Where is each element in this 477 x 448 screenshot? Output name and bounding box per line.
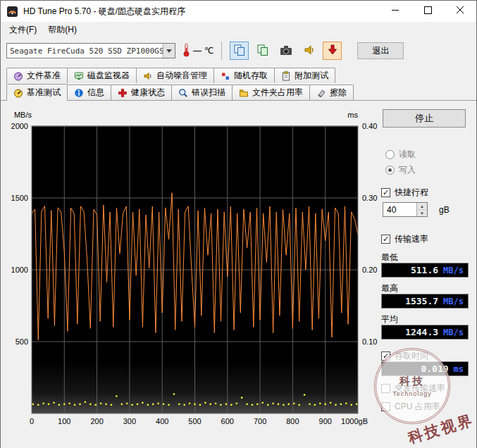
min-speed-value: 511.6 xyxy=(411,265,438,275)
chevron-down-icon[interactable] xyxy=(163,44,175,58)
shortstroke-size-input[interactable]: 40 ▲ ▼ xyxy=(383,202,428,217)
tab-label: 自动噪音管理 xyxy=(156,70,207,82)
checkbox-icon xyxy=(381,351,390,361)
read-radio[interactable]: 读取 xyxy=(385,149,416,161)
tab-row-lower: 基准测试 信息 健康状态 错误扫描 文件夹占用率 擦除 xyxy=(1,83,476,100)
svg-text:100: 100 xyxy=(58,417,70,425)
drive-select-value: Seagate FireCuda 520 SSD ZP1000GS xyxy=(7,46,163,56)
svg-text:0.40: 0.40 xyxy=(362,122,377,130)
burst-rate-label: 突发传输速率 xyxy=(395,382,445,394)
max-speed-lcd: 1535.7 MB/s xyxy=(381,294,469,309)
exit-button[interactable]: 退出 xyxy=(357,42,404,59)
tab-error-scan[interactable]: 错误扫描 xyxy=(171,85,233,100)
svg-text:1500: 1500 xyxy=(11,194,28,202)
camera-icon xyxy=(280,44,292,58)
spin-down-button[interactable]: ▼ xyxy=(417,210,427,216)
max-speed-unit: MB/s xyxy=(443,297,464,306)
min-speed-unit: MB/s xyxy=(443,266,464,275)
access-time-value: 0.019 xyxy=(421,363,448,374)
benchmark-side-panel: 停止 读取 写入 快捷行程 40 ▲ ▼ xyxy=(377,108,476,446)
spinner-buttons: ▲ ▼ xyxy=(416,203,427,216)
copy-text-button[interactable] xyxy=(253,42,272,60)
cpu-usage-checkbox[interactable]: CPU 占用率 xyxy=(381,401,440,413)
avg-speed-unit: MB/s xyxy=(443,328,464,337)
temperature-value: — xyxy=(193,46,202,56)
benchmark-chart: 2000150010005000.400.300.200.10010020030… xyxy=(6,108,373,439)
random-access-icon xyxy=(221,71,230,81)
tab-disk-monitor[interactable]: 磁盘监视器 xyxy=(67,68,137,83)
shortstroke-size-row: 40 ▲ ▼ gB xyxy=(383,202,450,217)
menu-help[interactable]: 帮助(H) xyxy=(42,22,82,38)
audio-button[interactable] xyxy=(299,42,318,60)
window-controls xyxy=(379,1,476,22)
access-time-label: 存取时间 xyxy=(395,350,428,362)
copy-image-button[interactable] xyxy=(230,42,249,60)
cpu-usage-label: CPU 占用率 xyxy=(395,401,440,413)
tab-label: 随机存取 xyxy=(234,70,268,82)
maximize-icon xyxy=(424,6,432,16)
tab-health[interactable]: 健康状态 xyxy=(111,85,172,100)
temperature-unit: ℃ xyxy=(204,46,213,56)
stop-button[interactable]: 停止 xyxy=(383,109,466,127)
transfer-rate-checkbox[interactable]: 传输速率 xyxy=(381,233,428,245)
tab-erase[interactable]: 擦除 xyxy=(309,85,354,100)
svg-text:600: 600 xyxy=(221,417,234,425)
access-time-checkbox[interactable]: 存取时间 xyxy=(381,350,428,362)
svg-text:700: 700 xyxy=(254,417,266,425)
menu-bar: 文件(F) 帮助(H) xyxy=(1,22,476,37)
tab-label: 信息 xyxy=(87,87,104,99)
tab-file-benchmark[interactable]: 文件基准 xyxy=(6,68,68,83)
disk-monitor-icon xyxy=(74,71,84,81)
tab-label: 附加测试 xyxy=(295,70,328,82)
window-title: HD Tune Pro 5.70 - 硬盘/固态硬盘实用程序 xyxy=(23,6,379,18)
minimize-icon xyxy=(392,6,399,16)
tab-label: 错误扫描 xyxy=(192,87,225,99)
folder-usage-icon xyxy=(239,88,249,98)
shortstroke-checkbox[interactable]: 快捷行程 xyxy=(381,187,428,199)
copy-text-icon xyxy=(256,44,269,58)
temperature-readout: — ℃ xyxy=(182,42,213,59)
svg-text:0.30: 0.30 xyxy=(362,194,377,202)
maximize-button[interactable] xyxy=(411,1,444,22)
checkbox-icon xyxy=(381,235,390,244)
tab-folder-usage[interactable]: 文件夹占用率 xyxy=(232,85,310,100)
menu-file[interactable]: 文件(F) xyxy=(4,22,42,38)
tab-info[interactable]: 信息 xyxy=(67,85,111,100)
burst-rate-checkbox[interactable]: 突发传输速率 xyxy=(381,382,445,394)
download-arrow-icon xyxy=(326,44,339,58)
extra-tests-icon xyxy=(281,71,291,81)
tab-benchmark[interactable]: 基准测试 xyxy=(6,84,68,101)
hd-tune-window: HD Tune Pro 5.70 - 硬盘/固态硬盘实用程序 文件(F) 帮助(… xyxy=(0,0,477,448)
radio-icon xyxy=(385,166,395,175)
tab-label: 文件基准 xyxy=(27,70,61,82)
file-benchmark-icon xyxy=(13,71,23,81)
svg-text:0.20: 0.20 xyxy=(362,266,377,274)
close-button[interactable] xyxy=(444,1,476,22)
write-radio[interactable]: 写入 xyxy=(385,164,416,176)
tab-label: 健康状态 xyxy=(131,87,165,99)
svg-text:900: 900 xyxy=(319,417,332,425)
benchmark-page: 2000150010005000.400.300.200.10010020030… xyxy=(1,100,476,448)
access-time-lcd: 0.019 ms xyxy=(381,361,469,376)
svg-text:0.10: 0.10 xyxy=(362,337,377,346)
read-radio-label: 读取 xyxy=(399,149,416,161)
svg-text:2000: 2000 xyxy=(11,122,28,130)
spin-up-button[interactable]: ▲ xyxy=(417,203,427,210)
radio-icon xyxy=(385,150,395,159)
tab-row-upper: 文件基准 磁盘监视器 自动噪音管理 随机存取 附加测试 xyxy=(1,66,476,83)
drive-select[interactable]: Seagate FireCuda 520 SSD ZP1000GS xyxy=(6,43,175,58)
svg-text:500: 500 xyxy=(16,337,28,346)
speaker-icon xyxy=(303,44,316,58)
minimize-button[interactable] xyxy=(379,1,411,22)
benchmark-gauge-icon xyxy=(13,88,23,98)
max-speed-value: 1535.7 xyxy=(405,296,438,306)
screenshot-button[interactable] xyxy=(276,42,295,60)
tab-aam[interactable]: 自动噪音管理 xyxy=(136,68,214,83)
download-button[interactable] xyxy=(323,42,342,60)
erase-icon xyxy=(316,88,326,98)
tab-extra-tests[interactable]: 附加测试 xyxy=(274,68,335,83)
noise-speaker-icon xyxy=(143,71,153,81)
avg-speed-value: 1244.3 xyxy=(405,327,438,337)
tab-random-access[interactable]: 随机存取 xyxy=(213,68,275,83)
tab-label: 擦除 xyxy=(330,87,347,99)
